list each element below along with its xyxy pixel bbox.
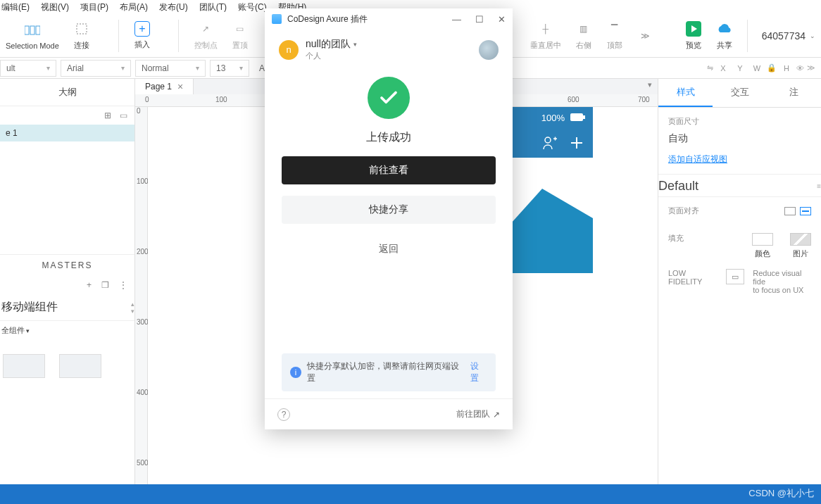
menu-project[interactable]: 项目(P) — [80, 1, 108, 13]
fill-label: 填充 — [668, 233, 684, 244]
ribbon-more-button[interactable]: ≫ — [637, 27, 654, 44]
tab-interaction[interactable]: 交互 — [713, 79, 767, 107]
bring-front-button[interactable]: ▭ 置顶 — [232, 20, 249, 51]
page-size-value[interactable]: 自动 — [668, 132, 811, 145]
settings-link[interactable]: 设置 — [470, 360, 487, 384]
tab-page1[interactable]: Page 1 × — [135, 79, 194, 94]
maximize-button[interactable]: ☐ — [475, 14, 484, 25]
battery-icon — [570, 113, 586, 122]
page-size-label: 页面尺寸 — [668, 116, 811, 127]
size-dropdown[interactable]: 13▾ — [210, 60, 249, 77]
style-dropdown[interactable]: ult▾ — [0, 60, 56, 77]
lofi-icon[interactable]: ▭ — [726, 269, 744, 284]
menu-layout[interactable]: 布局(A) — [120, 1, 148, 13]
fill-image-button[interactable]: 图片 — [790, 233, 811, 259]
minimize-button[interactable]: — — [452, 14, 461, 25]
close-button[interactable]: ✕ — [498, 14, 506, 25]
menu-edit[interactable]: 编辑(E) — [1, 1, 30, 13]
svg-rect-0 — [25, 26, 29, 34]
plus-icon: + — [134, 21, 150, 37]
info-icon: i — [290, 367, 301, 378]
points-icon — [73, 20, 90, 37]
widget-thumb[interactable] — [59, 354, 101, 378]
share-button[interactable]: 共享 — [716, 20, 733, 51]
library-filter[interactable]: 全组件 — [0, 321, 134, 340]
team-name-dropdown[interactable]: null的团队▾ — [306, 38, 357, 51]
success-message: 上传成功 — [366, 130, 411, 145]
master-menu-icon[interactable]: ⋮ — [119, 280, 127, 290]
tab-overflow-icon[interactable]: ▾ — [642, 79, 658, 94]
visibility-icon[interactable]: 👁 — [796, 64, 804, 73]
default-section[interactable]: Default≡ — [658, 174, 821, 197]
modal-titlebar: CoDesign Axure 插件 — ☐ ✕ — [265, 8, 513, 30]
align-top-button[interactable]: ▔ 顶部 — [606, 20, 623, 51]
add-master-icon[interactable]: + — [87, 280, 92, 290]
view-button[interactable]: 前往查看 — [282, 156, 496, 184]
help-icon[interactable]: ? — [277, 408, 290, 421]
add-adaptive-view-link[interactable]: 添加自适应视图 — [668, 153, 811, 165]
weight-dropdown[interactable]: Normal▾ — [135, 60, 206, 77]
menu-account[interactable]: 账号(C) — [238, 1, 267, 13]
modal-title-text: CoDesign Axure 插件 — [287, 13, 368, 25]
align-top-icon: ▔ — [606, 20, 623, 37]
menu-publish[interactable]: 发布(U) — [159, 1, 188, 13]
add-page-icon[interactable]: ⊞ — [104, 111, 111, 120]
fill-color-button[interactable]: 颜色 — [752, 233, 773, 259]
duplicate-master-icon[interactable]: ❐ — [101, 280, 109, 290]
person-add-icon[interactable] — [542, 135, 558, 151]
connect-label: 连接 — [74, 40, 89, 51]
page-tree-item[interactable]: e 1 — [0, 125, 134, 141]
close-icon[interactable]: × — [177, 81, 183, 92]
outline-title: 大纲 — [0, 79, 134, 106]
widget-thumb[interactable] — [3, 354, 45, 378]
right-panel-tabs: 样式 交互 注 — [658, 79, 821, 108]
align-vcenter-button[interactable]: ┼ 垂直居中 — [530, 20, 561, 51]
menu-view[interactable]: 视图(V) — [41, 1, 69, 13]
svg-rect-6 — [570, 113, 583, 121]
right-panel: 样式 交互 注 页面尺寸 自动 添加自适应视图 Default≡ 页面对齐 填充 — [658, 79, 821, 486]
plus-icon[interactable] — [569, 135, 584, 151]
user-id-dropdown[interactable]: 64057734 ⌄ — [762, 30, 815, 42]
flip-icon[interactable]: ⇋ — [707, 63, 713, 73]
lock-icon[interactable]: 🔒 — [767, 63, 777, 73]
selection-icon — [24, 22, 41, 39]
more-icon: ≡ — [817, 182, 821, 190]
folder-icon[interactable]: ▭ — [120, 111, 127, 120]
x-label: X — [716, 64, 730, 73]
top2-label: 顶部 — [607, 40, 622, 51]
modal-footer: ? 前往团队 ↗ — [265, 398, 513, 429]
insert-button[interactable]: + 插入 — [134, 21, 150, 50]
info-strip: i 快捷分享默认加密，调整请前往网页端设置 设置 — [282, 353, 496, 391]
preview-button[interactable]: 预览 — [685, 20, 702, 51]
control-point-button[interactable]: ↗ 控制点 — [194, 20, 218, 51]
taskbar — [0, 484, 821, 504]
front-icon: ▭ — [232, 20, 249, 37]
library-dropdown[interactable]: 移动端组件 ▴▾ — [0, 294, 134, 321]
menu-team[interactable]: 团队(T) — [199, 1, 227, 13]
align-left-button[interactable] — [784, 207, 796, 215]
tab-notes[interactable]: 注 — [767, 79, 821, 107]
points-button[interactable]: 连接 — [73, 20, 90, 51]
goto-team-link[interactable]: 前往团队 ↗ — [456, 408, 500, 420]
lofi-label: LOW FIDELITY — [668, 269, 717, 294]
external-link-icon: ↗ — [493, 410, 500, 420]
info-text: 快捷分享默认加密，调整请前往网页端设置 — [307, 360, 465, 384]
tab-style[interactable]: 样式 — [658, 79, 713, 107]
font-dropdown[interactable]: Arial▾ — [61, 60, 131, 77]
more-props-icon[interactable]: ≫ — [807, 63, 815, 73]
align-right-icon: ▥ — [575, 20, 592, 37]
lofi-desc: Reduce visual fide to focus on UX — [753, 269, 811, 294]
control-label: 控制点 — [194, 40, 218, 51]
svg-rect-2 — [36, 26, 40, 34]
vcenter-label: 垂直居中 — [530, 40, 561, 51]
top-label: 置顶 — [232, 40, 248, 51]
chevron-down-icon: ⌄ — [810, 32, 815, 39]
align-center-button[interactable] — [800, 207, 811, 215]
insert-label: 插入 — [134, 39, 150, 50]
quick-share-button[interactable]: 快捷分享 — [282, 196, 496, 224]
watermark: CSDN @礼小七 — [748, 487, 814, 500]
align-right-button[interactable]: ▥ 右侧 — [575, 20, 592, 51]
selection-mode-button[interactable]: Selection Mode — [6, 22, 59, 50]
user-avatar[interactable] — [479, 40, 499, 60]
back-button[interactable]: 返回 — [282, 235, 496, 263]
